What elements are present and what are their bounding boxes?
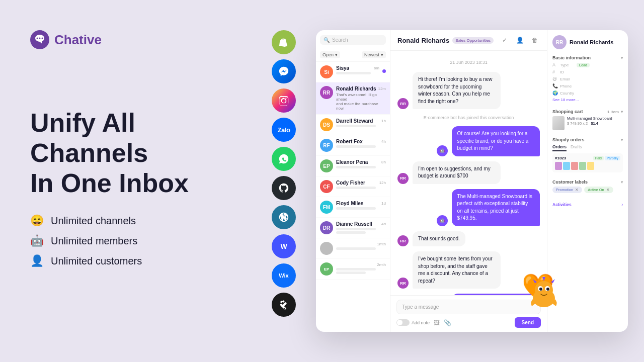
conv-avatar-unknown2: EP <box>320 262 333 276</box>
conv-info-sisya: Sisya 6m <box>336 65 379 74</box>
user-icon[interactable]: 👤 <box>515 35 525 45</box>
status-fulfilled: Partially <box>605 156 620 160</box>
labels-toggle[interactable]: ▾ <box>621 180 623 185</box>
conv-item-sisya[interactable]: Si Sisya 6m <box>316 62 390 82</box>
conv-time-unknown1: 1mth <box>377 242 386 246</box>
channel-github[interactable] <box>272 176 296 200</box>
conv-item-darrell[interactable]: DS Darrell Steward 1h <box>316 115 390 135</box>
search-area: 🔍 Search <box>316 30 390 48</box>
orders-tab-orders[interactable]: Orders <box>552 144 567 151</box>
conv-preview-dianne2 <box>336 231 366 234</box>
conv-name-dianne: Dianne Russell <box>336 221 372 227</box>
open-filter[interactable]: Open ▾ <box>320 51 340 58</box>
channels-label: Unlimited channels <box>51 215 136 227</box>
check-icon[interactable]: ✓ <box>500 35 510 45</box>
conv-item-unknown1[interactable]: 1mth <box>316 238 390 259</box>
msg-bubble-4: The Multi-managed Snowboard is perfect w… <box>452 189 540 226</box>
msg-row-3: RR I'm open to suggestions, and my budge… <box>397 161 540 184</box>
channel-instagram[interactable] <box>272 88 296 113</box>
cart-toggle[interactable]: ▾ <box>621 110 623 114</box>
order-bar-1 <box>555 162 562 170</box>
logo-icon <box>30 30 49 49</box>
newest-filter-chevron: ▾ <box>381 52 383 57</box>
conv-item-floyd[interactable]: FM Floyd Miles 1d <box>316 197 390 218</box>
search-box[interactable]: 🔍 Search <box>320 35 386 45</box>
rp-field-id: # ID <box>552 69 623 74</box>
orders-tab-drafts[interactable]: Drafts <box>571 144 582 151</box>
message-input-placeholder[interactable]: Type a message <box>396 300 541 314</box>
conv-item-unknown2[interactable]: EP 2mth <box>316 259 390 280</box>
members-label: Unlimited members <box>51 235 137 247</box>
conv-preview-dianne <box>336 228 376 230</box>
channel-zalo[interactable]: Zalo <box>272 118 296 142</box>
customers-label: Unlimited customers <box>51 255 142 267</box>
conv-preview-ronald: That's awesome! I'll go aheadand make th… <box>336 93 386 111</box>
image-icon[interactable]: 🖼 <box>434 319 440 326</box>
channel-wix[interactable]: Wix <box>272 263 296 288</box>
send-button[interactable]: Send <box>515 317 541 328</box>
add-note-toggle[interactable]: Add note <box>396 319 430 326</box>
conv-avatar-cody: CF <box>320 180 333 193</box>
tag-promotion: Promotion ✕ <box>552 187 582 193</box>
channel-whatsapp[interactable] <box>272 147 296 171</box>
members-emoji: 🤖 <box>30 234 44 247</box>
channel-wordpress[interactable] <box>272 205 296 229</box>
activities-label: Activities <box>552 202 572 207</box>
rp-orders-tabs: Orders Drafts <box>552 144 623 151</box>
channel-squarespace[interactable] <box>272 293 296 317</box>
conv-avatar-darrell: DS <box>320 118 333 131</box>
conv-preview-unknown1 <box>336 247 376 250</box>
rp-field-phone: 📞 Phone <box>552 83 623 88</box>
conv-item-cody[interactable]: CF Cody Fisher 12h <box>316 176 390 197</box>
conv-item-ronald[interactable]: RR Ronald Richards 12m That's awesome! I… <box>316 82 390 115</box>
conv-time-floyd: 1d <box>381 201 386 206</box>
conversation-sidebar: 🔍 Search Open ▾ Newest ▾ Si Sisya 6m <box>316 30 390 332</box>
channel-webflow[interactable]: W <box>272 234 296 258</box>
toggle-switch[interactable] <box>396 319 410 326</box>
orders-toggle[interactable]: ▾ <box>621 138 623 142</box>
rp-cart-label: Shopping cart <box>552 109 583 114</box>
activities-row[interactable]: Activities › <box>552 200 623 207</box>
msg-row-6: RR I've bought some items from your shop… <box>397 251 540 289</box>
open-filter-label: Open <box>323 52 334 57</box>
rp-field-email: @ Email <box>552 76 623 81</box>
svg-point-3 <box>42 38 43 39</box>
conv-item-dianne[interactable]: DR Dianne Russell 4d <box>316 218 390 238</box>
chat-input-area: Type a message Add note 🖼 📎 Send <box>390 295 547 332</box>
rp-labels-label: Customer labels <box>552 179 588 185</box>
date-separator: 21 Jun 2023 18:31 <box>397 60 540 65</box>
chat-contact-badge: Sales Opportunities <box>452 37 494 44</box>
conv-info-eleanor: Eleanor Pena 8h <box>336 159 386 168</box>
conv-time-sisya: 6m <box>374 66 379 70</box>
remove-active-tag[interactable]: ✕ <box>606 188 610 192</box>
chat-main: Ronald Richards Sales Opportunities ✓ 👤 … <box>390 30 547 332</box>
msg-bubble-2: Of course! Are you looking for a specifi… <box>452 126 540 156</box>
conv-info-dianne: Dianne Russell 4d <box>336 221 386 234</box>
rp-section-labels-header: Customer labels ▾ <box>552 179 623 185</box>
basic-info-toggle[interactable]: ▾ <box>621 56 623 60</box>
email-label: Email <box>560 77 574 81</box>
trash-icon[interactable]: 🗑 <box>530 35 540 45</box>
msg-row-1: RR Hi there! I'm looking to buy a new sn… <box>397 72 540 109</box>
attachment-icon[interactable]: 📎 <box>444 319 451 326</box>
see-more-link[interactable]: See 18 more... <box>552 98 623 102</box>
id-icon: # <box>552 69 557 74</box>
tag-active-on: Active On ✕ <box>584 187 613 193</box>
type-label: Type <box>560 63 574 67</box>
conv-avatar-dianne: DR <box>320 221 333 234</box>
newest-filter[interactable]: Newest ▾ <box>362 51 386 58</box>
chat-messages: 21 Jun 2023 18:31 RR Hi there! I'm looki… <box>390 51 547 295</box>
feature-item-members: 🤖 Unlimited members <box>30 234 242 247</box>
conv-name-ronald: Ronald Richards <box>336 86 376 92</box>
conv-avatar-ronald: RR <box>320 86 333 99</box>
channel-shopify[interactable] <box>272 30 296 54</box>
chat-header-left: Ronald Richards Sales Opportunities <box>397 37 494 44</box>
conv-item-eleanor[interactable]: EP Eleanor Pena 8h <box>316 156 390 176</box>
remove-promotion-tag[interactable]: ✕ <box>575 188 579 192</box>
order-bar-4 <box>579 162 586 170</box>
msg-avatar-4: 🤖 <box>437 215 448 226</box>
channel-messenger[interactable] <box>272 59 296 83</box>
conv-item-robert[interactable]: RF Robert Fox 4h <box>316 135 390 156</box>
rp-contact-header: RR Ronald Richards <box>552 35 623 49</box>
hero-section: Unify All Channels In One Inbox 😄 Unlimi… <box>30 108 242 267</box>
